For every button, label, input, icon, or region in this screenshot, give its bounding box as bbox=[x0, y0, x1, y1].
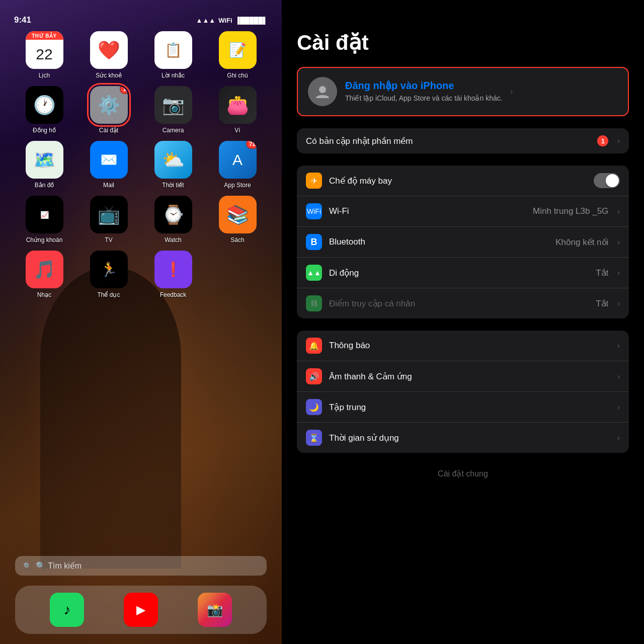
hotspot-icon-container: ⛓ bbox=[306, 295, 322, 311]
dock-instagram[interactable]: 📸 bbox=[198, 593, 232, 627]
app-calendar-label: Lịch bbox=[39, 72, 50, 79]
app-health[interactable]: ❤️ Sức khoẻ bbox=[78, 31, 139, 79]
app-reminders[interactable]: 📋 Lời nhắc bbox=[143, 31, 203, 79]
signin-avatar bbox=[308, 77, 337, 106]
signin-card[interactable]: Đăng nhập vào iPhone Thiết lập iCloud, A… bbox=[297, 67, 629, 116]
notifications-label: Thông báo bbox=[329, 341, 610, 351]
notifications-chevron-icon: › bbox=[617, 342, 620, 350]
focus-chevron-icon: › bbox=[617, 403, 620, 411]
cellular-icon: ▲▲ bbox=[307, 269, 321, 277]
calendar-date: 22 bbox=[36, 40, 52, 69]
cellular-label: Di động bbox=[329, 268, 589, 278]
app-camera-label: Camera bbox=[163, 127, 184, 134]
wifi-value: Minh trung L3b _5G bbox=[533, 206, 608, 216]
maps-icon: 🗺️ bbox=[33, 149, 56, 171]
app-settings-label: Cài đặt bbox=[99, 127, 118, 134]
app-weather[interactable]: ⛅ Thời tiết bbox=[143, 141, 203, 189]
app-mail[interactable]: ✉️ Mail bbox=[78, 141, 139, 189]
hotspot-chevron-icon: › bbox=[617, 299, 620, 307]
update-label: Có bản cập nhật phần mềm bbox=[306, 136, 590, 146]
app-clock-label: Đồng hồ bbox=[33, 127, 56, 134]
settings-badge: 1 bbox=[120, 86, 128, 94]
notifications-icon-container: 🔔 bbox=[306, 338, 322, 354]
row-focus[interactable]: 🌙 Tập trung › bbox=[297, 392, 629, 423]
row-screentime[interactable]: ⌛ Thời gian sử dụng › bbox=[297, 423, 629, 453]
row-sounds[interactable]: 🔊 Âm thanh & Cảm ứng › bbox=[297, 361, 629, 392]
app-maps[interactable]: 🗺️ Bản đồ bbox=[14, 141, 74, 189]
app-books-label: Sách bbox=[230, 236, 244, 244]
app-camera[interactable]: 📷 Camera bbox=[143, 86, 203, 134]
battery-icon: ▐█████▌ bbox=[235, 17, 268, 24]
airplane-icon: ✈ bbox=[311, 176, 317, 186]
reminders-icon: 📋 bbox=[165, 42, 182, 58]
signin-title: Đăng nhập vào iPhone bbox=[345, 79, 503, 92]
row-airplane[interactable]: ✈ Chế độ máy bay bbox=[297, 166, 629, 196]
settings-screen: Cài đặt Đăng nhập vào iPhone Thiết lập i… bbox=[282, 0, 644, 644]
update-chevron-icon: › bbox=[617, 137, 620, 145]
row-notifications[interactable]: 🔔 Thông báo › bbox=[297, 331, 629, 361]
sounds-chevron-icon: › bbox=[617, 372, 620, 380]
row-cellular[interactable]: ▲▲ Di động Tắt › bbox=[297, 258, 629, 288]
books-icon: 📚 bbox=[226, 204, 249, 225]
app-fitness[interactable]: 🏃 Thể dục bbox=[78, 251, 139, 298]
signin-subtitle: Thiết lập iCloud, App Store và các tài k… bbox=[345, 94, 503, 104]
sounds-icon-container: 🔊 bbox=[306, 368, 322, 384]
app-appstore[interactable]: A 71 App Store bbox=[207, 141, 268, 189]
watch-icon: ⌚ bbox=[162, 204, 185, 225]
cellular-chevron-icon: › bbox=[617, 269, 620, 277]
wifi-icon-container: WiFi bbox=[306, 203, 322, 219]
appstore-icon: A bbox=[232, 151, 243, 169]
focus-label: Tập trung bbox=[329, 402, 610, 413]
dock-spotify[interactable]: ♪ bbox=[50, 593, 84, 627]
focus-icon-container: 🌙 bbox=[306, 399, 322, 415]
hotspot-label: Điểm truy cập cá nhân bbox=[329, 298, 589, 309]
appstore-badge: 71 bbox=[246, 141, 256, 149]
wifi-icon: WiFi bbox=[307, 207, 321, 215]
app-clock[interactable]: 🕐 Đồng hồ bbox=[14, 86, 74, 134]
app-wallet[interactable]: 👛 Ví bbox=[207, 86, 268, 134]
youtube-icon: ▶ bbox=[136, 603, 145, 617]
avatar-silhouette bbox=[314, 83, 331, 100]
signin-text: Đăng nhập vào iPhone Thiết lập iCloud, A… bbox=[345, 79, 503, 104]
app-feedback[interactable]: ❗ Feedback bbox=[143, 251, 203, 298]
wifi-label: Wi-Fi bbox=[329, 206, 526, 216]
app-watch-label: Watch bbox=[165, 236, 182, 244]
notifications-icon: 🔔 bbox=[309, 341, 319, 351]
app-watch[interactable]: ⌚ Watch bbox=[143, 196, 203, 244]
focus-icon: 🌙 bbox=[309, 403, 319, 412]
update-badge: 1 bbox=[597, 135, 608, 146]
home-screen: 9:41 ▲▲▲ WiFi ▐█████▌ THỨ BẢY 22 Lịch ❤️ bbox=[0, 0, 282, 644]
app-music[interactable]: 🎵 Nhạc bbox=[14, 251, 74, 298]
search-bar[interactable]: 🔍 🔍 Tìm kiếm bbox=[15, 556, 267, 576]
app-calendar[interactable]: THỨ BẢY 22 Lịch bbox=[14, 31, 74, 79]
row-wifi[interactable]: WiFi Wi-Fi Minh trung L3b _5G › bbox=[297, 196, 629, 227]
bluetooth-label: Bluetooth bbox=[329, 237, 548, 247]
update-row[interactable]: Có bản cập nhật phần mềm 1 › bbox=[297, 128, 629, 153]
app-notes[interactable]: 📝 Ghi chú bbox=[207, 31, 268, 79]
general-section-label: Cài đặt chung bbox=[297, 465, 629, 482]
app-settings[interactable]: ⚙️ 1 Cài đặt bbox=[78, 86, 139, 134]
app-tv-label: TV bbox=[105, 236, 112, 244]
sounds-icon: 🔊 bbox=[309, 372, 319, 381]
row-bluetooth[interactable]: B Bluetooth Không kết nối › bbox=[297, 227, 629, 258]
mail-icon: ✉️ bbox=[100, 151, 118, 168]
app-reminders-label: Lời nhắc bbox=[162, 72, 185, 79]
app-tv[interactable]: 📺 TV bbox=[78, 196, 139, 244]
hotspot-value: Tắt bbox=[596, 298, 608, 309]
health-icon: ❤️ bbox=[98, 40, 120, 61]
camera-icon: 📷 bbox=[162, 95, 185, 116]
wifi-icon: WiFi bbox=[218, 17, 232, 24]
status-time: 9:41 bbox=[14, 15, 31, 25]
feedback-icon: ❗ bbox=[165, 261, 182, 278]
dock-youtube[interactable]: ▶ bbox=[124, 593, 158, 627]
airplane-toggle[interactable] bbox=[594, 173, 620, 188]
screentime-icon: ⌛ bbox=[309, 433, 319, 443]
stocks-icon: 📈 bbox=[40, 211, 49, 219]
update-section: Có bản cập nhật phần mềm 1 › bbox=[297, 128, 629, 153]
row-hotspot[interactable]: ⛓ Điểm truy cập cá nhân Tắt › bbox=[297, 288, 629, 318]
tv-icon: 📺 bbox=[98, 204, 120, 225]
app-books[interactable]: 📚 Sách bbox=[207, 196, 268, 244]
calendar-day: THỨ BẢY bbox=[26, 31, 63, 40]
hotspot-icon: ⛓ bbox=[310, 299, 317, 307]
app-stocks[interactable]: 📈 Chứng khoán bbox=[14, 196, 74, 244]
